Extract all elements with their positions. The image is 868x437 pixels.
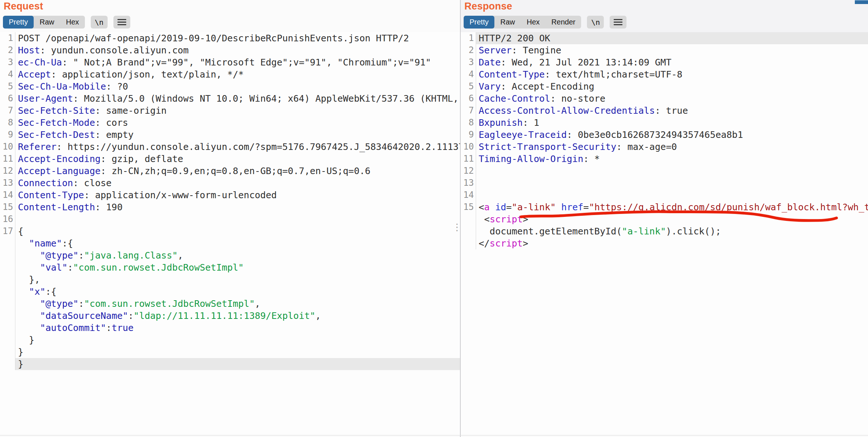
line-number: 9 (461, 129, 476, 141)
code-segment: < (484, 214, 490, 225)
code-segment: : no-store (550, 93, 606, 104)
line-content: Sec-Ch-Ua-Mobile: ?0 (15, 80, 460, 93)
response-newline-toggle-button[interactable]: \n (587, 16, 604, 29)
menu-icon (614, 19, 622, 25)
line-number: 1 (0, 32, 15, 44)
line-content: Strict-Transport-Security: max-age=0 (476, 141, 868, 153)
code-line: </script> (461, 237, 868, 249)
response-editor[interactable]: 1HTTP/2 200 OK2Server: Tengine3Date: Wed… (461, 32, 868, 434)
line-number (0, 286, 15, 298)
code-segment: Sec-Fetch-Site (18, 105, 95, 116)
line-number: 12 (0, 165, 15, 177)
code-segment: href (561, 202, 583, 212)
code-segment: : Tengine (512, 45, 561, 56)
line-number: 4 (0, 68, 15, 80)
tab-pretty[interactable]: Pretty (3, 16, 34, 29)
line-content: Referer: https://yundun.console.aliyun.c… (15, 141, 460, 153)
code-segment: Accept-Encoding (18, 154, 101, 164)
code-segment: : application/json, text/plain, */* (51, 69, 244, 80)
code-segment: = (583, 202, 589, 212)
line-content: Sec-Fetch-Site: same-origin (15, 105, 460, 117)
request-tab-group: PrettyRawHex (3, 16, 85, 29)
code-segment: : application/x-www-form-urlencoded (84, 190, 277, 200)
line-number: 16 (0, 213, 15, 225)
tab-raw[interactable]: Raw (494, 16, 521, 29)
code-segment: Bxpunish (479, 117, 523, 128)
line-content: Cache-Control: no-store (476, 93, 868, 105)
tab-hex[interactable]: Hex (60, 16, 85, 29)
code-line: <script> (461, 213, 868, 225)
code-segment: "java.lang.Class" (84, 250, 178, 261)
line-number: 4 (461, 68, 476, 80)
line-content: <script> (476, 213, 868, 225)
code-line: 11Timing-Allow-Origin: * (461, 153, 868, 165)
tab-render[interactable]: Render (546, 16, 581, 29)
line-number (0, 261, 15, 274)
tab-pretty[interactable]: Pretty (464, 16, 494, 29)
code-line: 13 (461, 177, 868, 189)
line-content: </script> (476, 237, 868, 249)
code-segment: Date (479, 57, 501, 68)
code-segment: { (18, 226, 23, 237)
code-line: } (0, 334, 460, 346)
code-segment: , (178, 250, 183, 261)
line-number (0, 358, 15, 370)
code-line: 14 (461, 189, 868, 201)
line-number: 15 (0, 201, 15, 213)
code-line: 2Host: yundun.console.aliyun.com (0, 44, 460, 56)
code-segment: , (315, 310, 321, 321)
line-content: Sec-Fetch-Dest: empty (15, 129, 460, 141)
code-segment (490, 202, 495, 212)
tab-hex[interactable]: Hex (521, 16, 546, 29)
line-content: Connection: close (15, 177, 460, 189)
code-segment: script (490, 238, 523, 249)
code-segment (18, 298, 40, 309)
code-line: 12Accept-Language: zh-CN,zh;q=0.9,en;q=0… (0, 165, 460, 177)
code-segment (18, 286, 29, 297)
line-content: Eagleeye-Traceid: 0be3e0cb16268732494357… (476, 129, 868, 141)
code-segment: "com.sun.rowset.JdbcRowSetImpl" (73, 262, 244, 273)
code-segment: : zh-CN,zh;q=0.9,en;q=0.8,en-GB;q=0.7,en… (101, 166, 371, 176)
code-segment: a (484, 202, 490, 212)
response-editor-menu-button[interactable] (610, 16, 626, 29)
tab-raw[interactable]: Raw (34, 16, 60, 29)
code-segment (18, 310, 40, 321)
line-number: 1 (461, 32, 476, 44)
code-segment: }, (18, 274, 40, 285)
line-number: 7 (461, 105, 476, 117)
request-newline-toggle-button[interactable]: \n (91, 16, 108, 29)
line-content: Content-Type: text/html;charset=UTF-8 (476, 68, 868, 80)
line-content: Bxpunish: 1 (476, 117, 868, 129)
code-segment: id (495, 202, 506, 212)
code-line: 15<a id="a-link" href="https://g.alicdn.… (461, 201, 868, 213)
code-line: 1POST /openapi/waf-openapi/2019-09-10/De… (0, 32, 460, 44)
line-content: }, (15, 274, 460, 286)
line-content: User-Agent: Mozilla/5.0 (Windows NT 10.0… (15, 93, 460, 105)
code-segment: : empty (95, 129, 134, 140)
request-editor-menu-button[interactable] (113, 16, 130, 29)
code-segment: document.getElementById( (479, 226, 622, 237)
code-line: document.getElementById("a-link").click(… (461, 225, 868, 237)
code-line: } (0, 358, 460, 370)
code-segment: > (523, 238, 528, 249)
line-number: 10 (461, 141, 476, 153)
code-segment: : (106, 323, 112, 333)
code-segment: ).click(); (666, 226, 721, 237)
code-segment: POST /openapi/waf-openapi/2019-09-10/Des… (18, 33, 409, 44)
code-segment: Strict-Transport-Security (479, 142, 616, 152)
code-line: 12 (461, 165, 868, 177)
code-segment: Server (479, 45, 512, 56)
request-editor[interactable]: 1POST /openapi/waf-openapi/2019-09-10/De… (0, 32, 460, 434)
line-number: 11 (461, 153, 476, 165)
line-number: 6 (0, 93, 15, 105)
code-line: 16 (0, 213, 460, 225)
panel-splitter-grip[interactable]: ⋮ (454, 217, 460, 237)
code-segment: : 0be3e0cb16268732494357465ea8b1 (567, 129, 743, 140)
line-content: Server: Tengine (476, 44, 868, 56)
line-content: ec-Ch-Ua: " Not;A Brand";v="99", "Micros… (15, 56, 460, 68)
code-segment: } (18, 359, 23, 369)
code-segment: : (79, 250, 84, 261)
code-segment: : 190 (95, 202, 123, 212)
code-segment: , (255, 298, 260, 309)
code-segment: : 1 (523, 117, 539, 128)
